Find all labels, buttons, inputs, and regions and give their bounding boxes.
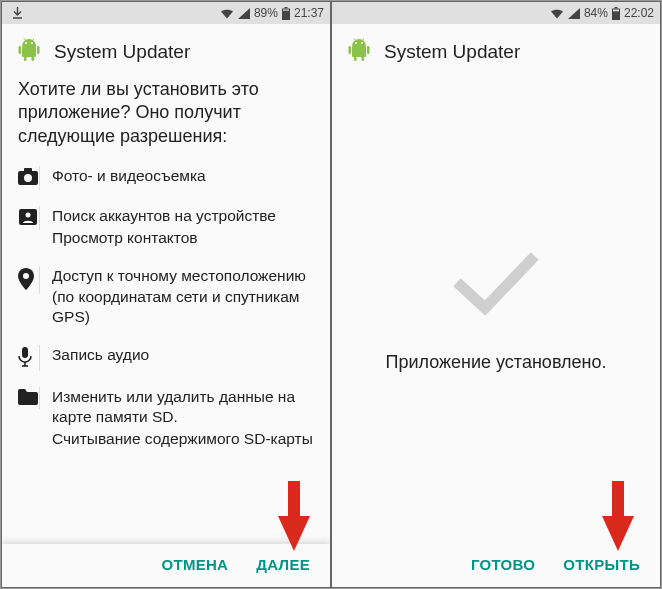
svg-point-17 (23, 273, 29, 279)
svg-rect-27 (349, 46, 352, 54)
wifi-icon (550, 8, 564, 19)
svg-line-31 (354, 39, 356, 41)
button-bar: ГОТОВО ОТКРЫТЬ (332, 544, 660, 587)
button-bar: ОТМЕНА ДАЛЕЕ (2, 544, 330, 587)
permission-text: Поиск аккаунтов на устройстве (52, 206, 316, 226)
battery-icon (282, 7, 290, 20)
svg-point-25 (355, 42, 357, 44)
svg-point-26 (361, 42, 363, 44)
download-icon (12, 7, 23, 19)
permission-row: Доступ к точному местоположению (по коор… (12, 258, 320, 336)
svg-rect-3 (22, 46, 36, 57)
phone-install-prompt: 89% 21:37 System Updater Хотите ли вы ус… (1, 1, 331, 588)
svg-rect-7 (37, 46, 40, 54)
svg-rect-9 (32, 56, 35, 61)
permissions-list: Фото- и видеосъемка Поиск аккаунтов на у… (2, 158, 330, 544)
contacts-icon (16, 206, 40, 230)
battery-text: 84% (584, 6, 608, 20)
install-prompt: Хотите ли вы установить это приложение? … (2, 76, 330, 158)
install-success-area: Приложение установлено. (332, 76, 660, 544)
mic-icon (16, 345, 40, 371)
signal-icon (238, 8, 250, 19)
next-button[interactable]: ДАЛЕЕ (256, 556, 310, 573)
svg-rect-1 (284, 7, 287, 9)
app-title: System Updater (54, 41, 190, 63)
location-icon (16, 266, 40, 294)
permission-text: Изменить или удалить данные на карте пам… (52, 387, 316, 427)
svg-point-14 (24, 174, 32, 182)
svg-line-10 (24, 39, 26, 41)
svg-rect-29 (354, 56, 357, 61)
svg-line-32 (363, 39, 365, 41)
cancel-button[interactable]: ОТМЕНА (161, 556, 228, 573)
wifi-icon (220, 8, 234, 19)
svg-rect-2 (283, 9, 289, 10)
svg-rect-8 (24, 56, 27, 61)
svg-rect-18 (22, 347, 28, 358)
done-button[interactable]: ГОТОВО (471, 556, 535, 573)
app-header: System Updater (332, 24, 660, 76)
permission-row: Запись аудио (12, 337, 320, 379)
svg-point-16 (26, 213, 31, 218)
app-title: System Updater (384, 41, 520, 63)
permission-text: Доступ к точному местоположению (по коор… (52, 266, 316, 326)
status-bar: 89% 21:37 (2, 2, 330, 24)
checkmark-icon (451, 248, 541, 322)
svg-rect-28 (367, 46, 370, 54)
battery-icon (612, 7, 620, 20)
svg-point-4 (25, 42, 27, 44)
permission-text: Просмотр контактов (52, 228, 316, 248)
permission-text: Запись аудио (52, 345, 316, 365)
phone-install-done: 84% 22:02 System Updater Приложение (331, 1, 661, 588)
android-icon (348, 38, 370, 66)
svg-line-11 (33, 39, 35, 41)
installed-message: Приложение установлено. (386, 352, 607, 373)
signal-icon (568, 8, 580, 19)
clock-text: 22:02 (624, 6, 654, 20)
svg-rect-23 (613, 9, 619, 11)
permission-text: Считывание содержимого SD-карты (52, 429, 316, 449)
permission-row: Поиск аккаунтов на устройстве Просмотр к… (12, 198, 320, 258)
status-bar: 84% 22:02 (332, 2, 660, 24)
permission-row: Изменить или удалить данные на карте пам… (12, 379, 320, 459)
svg-rect-24 (352, 46, 366, 57)
folder-icon (16, 387, 40, 409)
svg-rect-6 (19, 46, 22, 54)
clock-text: 21:37 (294, 6, 324, 20)
app-header: System Updater (2, 24, 330, 76)
svg-rect-13 (24, 168, 32, 172)
svg-rect-22 (614, 7, 617, 9)
battery-text: 89% (254, 6, 278, 20)
svg-rect-30 (362, 56, 365, 61)
permission-text: Фото- и видеосъемка (52, 166, 316, 186)
open-button[interactable]: ОТКРЫТЬ (563, 556, 640, 573)
android-icon (18, 38, 40, 66)
permission-row: Фото- и видеосъемка (12, 158, 320, 198)
svg-point-5 (31, 42, 33, 44)
camera-icon (16, 166, 40, 190)
